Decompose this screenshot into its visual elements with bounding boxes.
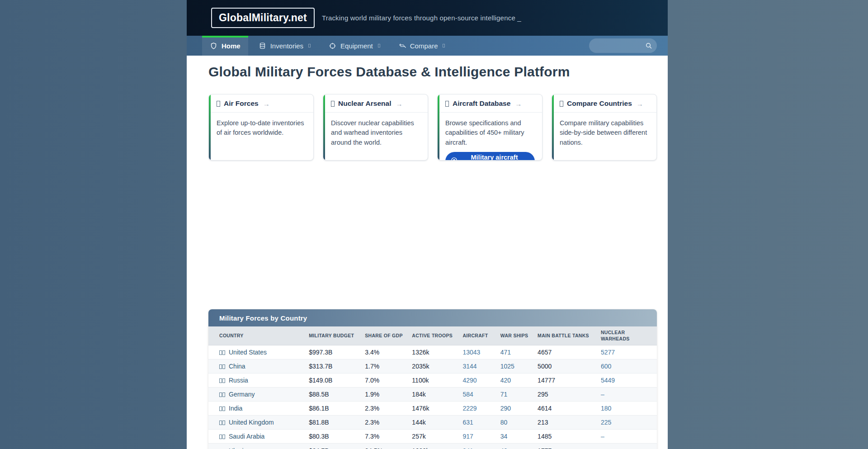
nav-item-label: Equipment: [340, 42, 373, 50]
nav-item-equipment[interactable]: Equipment: [321, 36, 388, 56]
gdp-cell: 7.3%: [365, 430, 412, 444]
search-box[interactable]: [589, 38, 657, 53]
warheads-cell[interactable]: 225: [601, 416, 657, 430]
nav-item-inventories[interactable]: Inventories: [251, 36, 318, 56]
dropdown-caret-tofu-icon: [378, 44, 380, 47]
card-header[interactable]: Aircraft Database→: [438, 95, 542, 113]
warships-cell[interactable]: 34: [500, 430, 538, 444]
tanks-cell: 1777: [538, 444, 601, 449]
card-nuclear-arsenal[interactable]: Nuclear Arsenal→Discover nuclear capabil…: [323, 94, 428, 161]
warheads-cell[interactable]: 5449: [601, 373, 657, 388]
card-body: Browse specifications and capabilities o…: [438, 113, 542, 147]
button-label: Military aircraft models: [461, 154, 528, 161]
column-header: WAR SHIPS: [500, 326, 538, 345]
nav-item-home[interactable]: Home: [202, 36, 248, 56]
country-cell[interactable]: India: [208, 402, 309, 416]
warheads-cell[interactable]: 600: [601, 359, 657, 373]
troops-cell: 1326k: [412, 345, 462, 359]
warships-cell[interactable]: 1025: [500, 359, 538, 373]
budget-cell: $80.3B: [309, 430, 365, 444]
warheads-cell: –: [601, 444, 657, 449]
country-cell[interactable]: United States: [208, 345, 309, 359]
country-name[interactable]: Ukraine: [229, 447, 250, 449]
column-header: NUCLEAR WARHEADS: [601, 326, 657, 345]
feature-cards: Air Forces→Explore up-to-date inventorie…: [208, 94, 657, 161]
warships-cell[interactable]: 420: [500, 373, 538, 388]
troops-cell: 1100k: [412, 373, 462, 388]
nav-item-label: Home: [222, 42, 241, 50]
warships-cell[interactable]: 80: [500, 416, 538, 430]
card-aircraft-database[interactable]: Aircraft Database→Browse specifications …: [437, 94, 542, 161]
warheads-cell[interactable]: 180: [601, 402, 657, 416]
military-aircraft-models-button[interactable]: Military aircraft models: [445, 152, 535, 161]
country-flag-tofu-icon: [219, 419, 226, 426]
aircraft-cell[interactable]: 917: [462, 430, 500, 444]
country-name[interactable]: Saudi Arabia: [229, 433, 264, 440]
table-row: United Kingdom$81.8B2.3%144k63180213225: [208, 416, 657, 430]
card-header[interactable]: Nuclear Arsenal→: [323, 95, 428, 113]
forces-table-header-row: COUNTRYMILITARY BUDGETSHARE OF GDPACTIVE…: [208, 326, 657, 345]
warships-cell[interactable]: 471: [500, 345, 538, 359]
country-name[interactable]: India: [229, 405, 242, 412]
search-area: [589, 36, 657, 56]
card-header[interactable]: Air Forces→: [209, 95, 313, 113]
nav-items: HomeInventoriesEquipmentCompare: [202, 36, 455, 56]
site-logo[interactable]: GlobalMilitary.net: [211, 8, 315, 28]
country-flag-tofu-icon: [219, 405, 226, 412]
warships-cell[interactable]: 71: [500, 388, 538, 402]
warships-cell[interactable]: 43: [500, 444, 538, 449]
arrow-right-icon: →: [637, 100, 643, 108]
card-title: Air Forces: [224, 99, 259, 108]
aircraft-cell[interactable]: 4290: [462, 373, 500, 388]
card-header[interactable]: Compare Countries→: [552, 95, 656, 113]
country-cell[interactable]: China: [208, 359, 309, 373]
column-header: SHARE OF GDP: [365, 326, 412, 345]
country-cell[interactable]: Saudi Arabia: [208, 430, 309, 444]
card-accent-strip: [438, 95, 439, 160]
search-icon[interactable]: [645, 42, 652, 49]
forces-table-panel: Military Forces by Country COUNTRYMILITA…: [208, 309, 657, 449]
country-cell[interactable]: Russia: [208, 373, 309, 388]
country-flag-tofu-icon: [219, 447, 226, 449]
tanks-cell: 14777: [538, 373, 601, 388]
card-air-forces[interactable]: Air Forces→Explore up-to-date inventorie…: [208, 94, 314, 161]
card-compare-countries[interactable]: Compare Countries→Compare military capab…: [552, 94, 657, 161]
aircraft-cell[interactable]: 341: [462, 444, 500, 449]
search-input[interactable]: [595, 42, 645, 49]
warships-cell[interactable]: 290: [500, 402, 538, 416]
aircraft-cell[interactable]: 3144: [462, 359, 500, 373]
troops-cell: 144k: [412, 416, 462, 430]
country-name[interactable]: Germany: [229, 391, 255, 398]
country-cell[interactable]: United Kingdom: [208, 416, 309, 430]
circle-arrow-icon: [451, 157, 458, 161]
card-accent-strip: [552, 95, 554, 160]
table-row: China$313.7B1.7%2035k314410255000600: [208, 359, 657, 373]
country-name[interactable]: China: [229, 363, 245, 370]
masthead: GlobalMilitary.net Tracking world milita…: [187, 0, 668, 36]
arrow-right-icon: →: [396, 100, 402, 108]
country-cell[interactable]: Germany: [208, 388, 309, 402]
gdp-cell: 3.4%: [365, 345, 412, 359]
dropdown-caret-tofu-icon: [443, 44, 445, 47]
tanks-cell: 4657: [538, 345, 601, 359]
site-tagline: Tracking world military forces through o…: [322, 14, 521, 22]
aircraft-cell[interactable]: 584: [462, 388, 500, 402]
card-body: Explore up-to-date inventories of air fo…: [209, 113, 313, 138]
warheads-cell[interactable]: 5277: [601, 345, 657, 359]
country-name[interactable]: United States: [229, 349, 267, 356]
site-wrapper: GlobalMilitary.net Tracking world milita…: [187, 0, 668, 449]
troops-cell: 184k: [412, 388, 462, 402]
country-cell[interactable]: Ukraine: [208, 444, 309, 449]
aircraft-cell[interactable]: 13043: [462, 345, 500, 359]
aircraft-cell[interactable]: 2229: [462, 402, 500, 416]
aircraft-cell[interactable]: 631: [462, 416, 500, 430]
country-name[interactable]: Russia: [229, 377, 248, 384]
country-name[interactable]: United Kingdom: [229, 419, 274, 426]
nav-item-label: Compare: [410, 42, 438, 50]
card-title: Compare Countries: [567, 99, 632, 108]
nav-item-compare[interactable]: Compare: [391, 36, 453, 56]
column-header: MAIN BATTLE TANKS: [538, 326, 601, 345]
gdp-cell: 34.5%: [365, 444, 412, 449]
warheads-cell: –: [601, 430, 657, 444]
troops-cell: 1000k: [412, 444, 462, 449]
